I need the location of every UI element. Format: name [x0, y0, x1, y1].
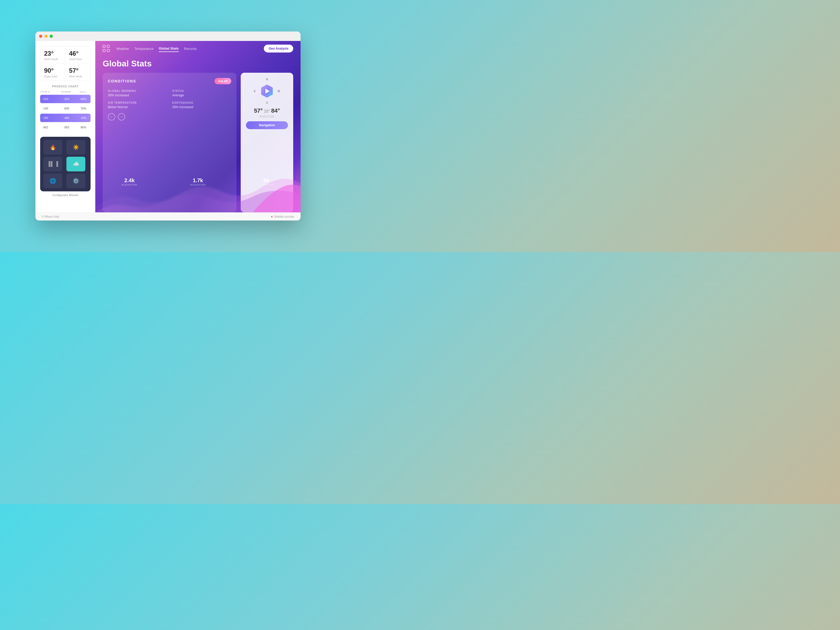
- stat-value-1: 46°: [69, 50, 87, 57]
- fire-icon: 🔥: [50, 144, 56, 150]
- chart-row-0: ↓ 519 ↑ 224 64%: [40, 95, 90, 103]
- position-value: 57°: [254, 107, 263, 114]
- compass: N E W S: [254, 78, 280, 104]
- arrow-down-icon: ↓: [41, 97, 43, 100]
- stat-value-3: 57°: [69, 67, 87, 74]
- chart-cell-power-3: ↓ 093: [61, 126, 79, 129]
- logo-dot-2: [107, 45, 110, 48]
- stat-cell-1: 46° South East: [65, 46, 90, 63]
- condition-value-3: 26% Increased: [172, 105, 231, 109]
- conditions-grid: GLOBAL WARMING 30% Increased STATUS Aver…: [108, 90, 231, 109]
- condition-air-temp: AIR TEMPERATURE Below Normal: [108, 101, 167, 109]
- arrow-up-icon: ↑: [62, 116, 63, 119]
- logo-icon: [103, 45, 110, 52]
- condition-global-warming: GLOBAL WARMING 30% Increased: [108, 90, 167, 97]
- condition-value-2: Below Normal: [108, 105, 167, 109]
- footer: © Rifayet Uday ● Dribbble.com/abc: [35, 212, 300, 221]
- chart-cell-power-0: ↑ 224: [61, 97, 79, 101]
- geo-analysis-button[interactable]: Geo Analysis: [264, 45, 293, 52]
- page-title: Global Stats: [103, 59, 293, 68]
- chart-cell-power-1: ↓ 600: [61, 107, 79, 110]
- config-cell-gear[interactable]: ⚙️: [66, 174, 85, 188]
- stat-label-0: North South: [44, 58, 62, 61]
- position-value-3: 84°: [271, 107, 280, 114]
- compass-north: N: [266, 78, 268, 81]
- compass-west: W: [278, 90, 280, 93]
- dashboard-content: Global Stats CONDITIONS See All GLOBAL W…: [95, 56, 300, 212]
- chart-row-1: ↓ 140 ↓ 600 70%: [40, 104, 90, 113]
- config-grid: 🔥 ☀️ ▐▌▐ ☁️ 🌐 ⚙️: [40, 137, 90, 191]
- compass-south: S: [266, 101, 268, 104]
- chart-header-atom: ATOM F.: [40, 90, 61, 93]
- next-button[interactable]: →: [118, 113, 125, 120]
- nav-link-weather[interactable]: Weather: [116, 46, 129, 52]
- chart-header-volt: VOLT.: [79, 90, 95, 93]
- chart-row-3: ↓ 863 ↓ 093 80%: [40, 123, 90, 131]
- condition-name-2: AIR TEMPERATURE: [108, 101, 167, 104]
- chart-cell-atom-3: ↓ 863: [40, 126, 61, 129]
- condition-value-0: 30% Increased: [108, 93, 167, 97]
- chart-cell-volt-3: 80%: [79, 126, 95, 129]
- condition-name-0: GLOBAL WARMING: [108, 90, 167, 92]
- nav-link-temperature[interactable]: Temparature: [134, 46, 153, 52]
- nav-bar: Weather Temparature Global Stats Records…: [95, 41, 300, 56]
- config-cell-fire[interactable]: 🔥: [43, 140, 62, 155]
- navigation-button[interactable]: Navigation: [246, 121, 288, 129]
- config-cell-globe[interactable]: 🌐: [43, 174, 62, 188]
- stat-label-3: West North: [69, 75, 87, 78]
- arrow-up-icon: ↑: [62, 97, 63, 100]
- position-label: POSITION: [260, 115, 274, 118]
- see-all-button[interactable]: See All: [215, 78, 231, 84]
- chart-cell-power-2: ↑ 485: [61, 116, 79, 120]
- maximize-icon[interactable]: [50, 35, 53, 38]
- dribbble-icon: ●: [271, 215, 273, 218]
- config-cell-bars[interactable]: ▐▌▐: [43, 157, 62, 171]
- condition-status: STATUS Average: [172, 90, 231, 97]
- compass-hex-icon: [259, 83, 275, 99]
- minimize-icon[interactable]: [44, 35, 47, 38]
- footer-copyright: © Rifayet Uday: [42, 215, 59, 218]
- chart-cell-atom-2: ↓ 100: [40, 116, 61, 120]
- chart-header-power: POWER: [61, 90, 79, 93]
- stat-label-2: Sharp East: [44, 75, 62, 78]
- condition-earthquake: EARTHQUAKE 26% Increased: [172, 101, 231, 109]
- condition-name-1: STATUS: [172, 90, 231, 92]
- navigation-card: N E W S: [241, 73, 293, 212]
- stats-grid: 23° North South 46° South East 90° Sharp…: [40, 46, 90, 81]
- prev-button[interactable]: ←: [108, 113, 115, 120]
- sun-icon: ☀️: [73, 144, 79, 150]
- close-icon[interactable]: [39, 35, 42, 38]
- chart-cell-volt-2: 15%: [79, 116, 95, 120]
- footer-credit: ● Dribbble.com/abc: [271, 215, 294, 218]
- chart-cell-atom-1: ↓ 140: [40, 107, 61, 110]
- nav-link-records[interactable]: Records: [184, 46, 197, 52]
- position-values: 57° 10° 84°: [254, 107, 280, 114]
- logo-dot-4: [107, 49, 110, 52]
- arrow-down-icon: ↓: [41, 107, 43, 110]
- condition-name-3: EARTHQUAKE: [172, 101, 231, 104]
- arrow-down-icon: ↓: [41, 116, 43, 119]
- chart-row-2: ↓ 100 ↑ 485 15%: [40, 114, 90, 122]
- main-panel: Weather Temparature Global Stats Records…: [95, 41, 300, 212]
- browser-content: 23° North South 46° South East 90° Sharp…: [35, 41, 300, 212]
- produce-chart-section: PRODUCE CHART ATOM F. POWER VOLT. ↓ 519 …: [40, 85, 90, 133]
- arrow-controls: ← →: [108, 113, 231, 120]
- stat-cell-3: 57° West North: [65, 63, 90, 81]
- chart-cell-atom-0: ↓ 519: [40, 97, 61, 101]
- stat-value-0: 23°: [44, 50, 62, 57]
- nav-link-global-stats[interactable]: Global Stats: [159, 46, 179, 52]
- globe-icon: 🌐: [50, 178, 56, 184]
- config-cell-cloud[interactable]: ☁️: [66, 157, 85, 171]
- chart-cell-volt-0: 64%: [79, 97, 95, 101]
- nav-links: Weather Temparature Global Stats Records: [116, 46, 257, 52]
- produce-chart-title: PRODUCE CHART: [40, 85, 90, 88]
- compass-east: E: [254, 90, 256, 93]
- gear-icon: ⚙️: [73, 178, 79, 184]
- arrow-down-icon: ↓: [41, 126, 43, 129]
- arrow-down-icon: ↓: [62, 107, 63, 110]
- position-value-2: 10°: [264, 109, 270, 114]
- config-cell-sun[interactable]: ☀️: [66, 140, 85, 155]
- logo-dot-3: [103, 49, 106, 52]
- browser-window: 23° North South 46° South East 90° Sharp…: [35, 32, 300, 221]
- conditions-card: CONDITIONS See All GLOBAL WARMING 30% In…: [103, 73, 237, 212]
